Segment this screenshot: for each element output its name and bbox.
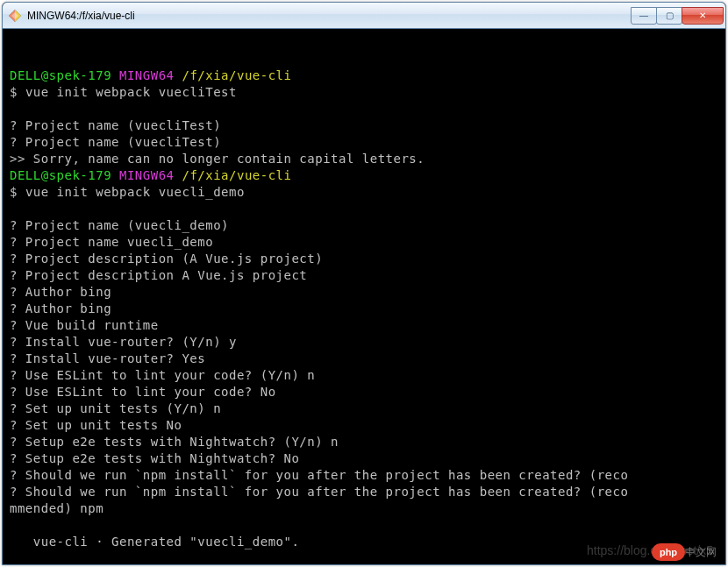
window-title: MINGW64:/f/xia/vue-cli — [27, 10, 632, 22]
output-line: ? Project name (vuecliTest) — [10, 118, 221, 132]
prompt-user: DELL@spek-179 — [10, 168, 111, 182]
maximize-button[interactable]: ▢ — [656, 7, 682, 25]
output-line: ? Should we run `npm install` for you af… — [10, 485, 628, 499]
output-line: ? Project description (A Vue.js project) — [10, 252, 323, 266]
output-line: ? Use ESLint to lint your code? No — [10, 385, 276, 399]
output-line: ? Project name vuecli_demo — [10, 235, 213, 249]
prompt-user: DELL@spek-179 — [10, 68, 111, 82]
minimize-button[interactable]: — — [631, 7, 657, 25]
output-line: mmended) npm — [10, 501, 103, 515]
window-frame: MINGW64:/f/xia/vue-cli — ▢ ✕ DELL@spek-1… — [2, 2, 726, 565]
close-icon: ✕ — [699, 11, 706, 20]
command-text: vue init webpack vuecliTest — [25, 85, 237, 99]
prompt-path: /f/xia/vue-cli — [182, 68, 291, 82]
minimize-icon: — — [639, 11, 648, 20]
maximize-icon: ▢ — [666, 11, 674, 20]
php-badge: php — [652, 543, 685, 561]
output-line: vue-cli · Generated "vuecli_demo". — [10, 535, 299, 549]
output-line: ? Author bing — [10, 285, 111, 299]
output-line: ? Set up unit tests No — [10, 418, 182, 432]
output-line: ? Project name (vuecliTest) — [10, 135, 221, 149]
mintty-icon — [8, 9, 22, 23]
command-text: vue init webpack vuecli_demo — [25, 185, 245, 199]
output-line: >> Sorry, name can no longer contain cap… — [10, 152, 425, 166]
output-line: ? Vue build runtime — [10, 318, 159, 332]
window-controls: — ▢ ✕ — [632, 7, 724, 25]
output-line: ? Setup e2e tests with Nightwatch? (Y/n)… — [10, 435, 339, 449]
output-line: ? Use ESLint to lint your code? (Y/n) n — [10, 368, 315, 382]
terminal-pane[interactable]: DELL@spek-179 MINGW64 /f/xia/vue-cli $ v… — [3, 29, 725, 564]
output-line: ? Author bing — [10, 301, 111, 315]
prompt-symbol: $ — [10, 85, 18, 99]
cn-watermark: 中文网 — [685, 544, 717, 561]
output-line: ? Should we run `npm install` for you af… — [10, 468, 628, 482]
prompt-env: MINGW64 — [119, 68, 175, 82]
prompt-env: MINGW64 — [119, 168, 175, 182]
prompt-path: /f/xia/vue-cli — [182, 168, 291, 182]
output-line: ? Setup e2e tests with Nightwatch? No — [10, 451, 299, 465]
output-line: ? Project description A Vue.js project — [10, 268, 307, 282]
output-line: ? Set up unit tests (Y/n) n — [10, 401, 221, 415]
output-line: ? Install vue-router? (Y/n) y — [10, 335, 237, 349]
output-line: ? Install vue-router? Yes — [10, 351, 205, 365]
titlebar[interactable]: MINGW64:/f/xia/vue-cli — ▢ ✕ — [3, 3, 725, 29]
prompt-symbol: $ — [10, 185, 18, 199]
output-line: ? Project name (vuecli_demo) — [10, 218, 229, 232]
close-button[interactable]: ✕ — [682, 7, 724, 25]
